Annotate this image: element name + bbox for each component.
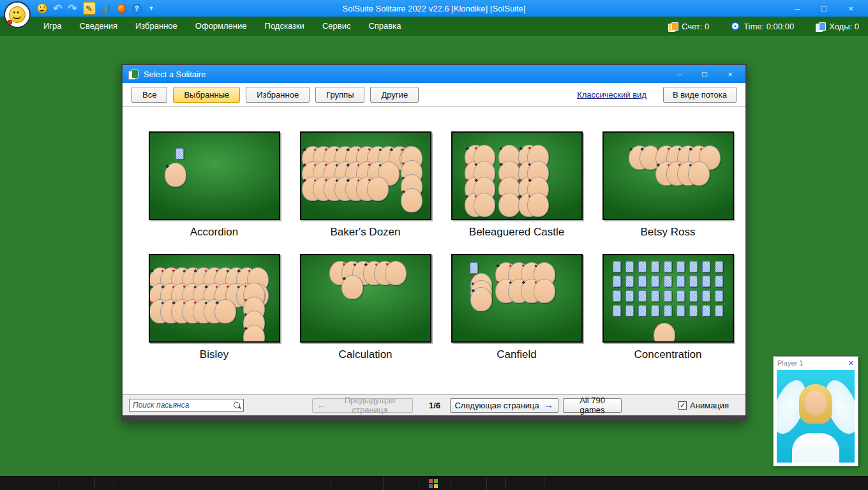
statistics-chart-icon[interactable]	[101, 4, 111, 13]
mini-card	[625, 261, 634, 272]
mini-card	[625, 305, 634, 316]
select-solitaire-dialog: Select a Solitaire – □ × Все Выбранные И…	[121, 64, 747, 421]
stream-view-button[interactable]: В виде потока	[663, 87, 737, 103]
mini-card	[176, 148, 184, 160]
filter-other-button[interactable]: Другие	[370, 87, 419, 103]
window-controls: – □ ×	[784, 0, 864, 17]
page-indicator: 1/6	[429, 401, 440, 410]
animation-checkbox[interactable]: ✓	[678, 401, 687, 410]
undo-icon[interactable]: ↶	[53, 3, 62, 14]
mini-card: ♥	[498, 193, 520, 217]
close-button[interactable]: ×	[837, 0, 864, 17]
all-games-button[interactable]: All 790 games	[563, 398, 622, 413]
mini-card	[689, 290, 698, 302]
toolbar-chevron-icon[interactable]: ▼	[149, 5, 154, 11]
game-cell-calculation[interactable]: ♦♥♠♣♦♥♣ Calculation	[290, 254, 441, 361]
app-titlebar: ↶ ↷ ✎ ? ▼ SolSuite Solitaire 2022 v22.6 …	[0, 0, 868, 17]
game-cell-bisley[interactable]: ♣♦♥♠♣♦♥♠♣♦♠♣♦♥♠♣♦♥♠♣♥♠♣♦♥♠♣♦♥♠♣ Bisley	[138, 254, 290, 361]
dialog-title: Select a Solitaire	[144, 70, 206, 79]
animation-label: Анимация	[690, 401, 729, 410]
moves-cards-icon	[816, 22, 825, 31]
dialog-minimize-button[interactable]: –	[666, 65, 692, 83]
mini-card	[715, 276, 723, 287]
mini-card	[677, 261, 685, 272]
game-cell-concentration[interactable]: ♥ Concentration	[592, 254, 744, 361]
mini-card	[625, 276, 634, 287]
help-icon[interactable]: ?	[132, 4, 142, 13]
minimize-button[interactable]: –	[784, 0, 811, 17]
search-icon[interactable]	[233, 401, 241, 410]
game-label: Baker's Dozen	[330, 225, 400, 239]
taskbar-separator	[383, 477, 384, 490]
mini-card	[664, 305, 672, 316]
mini-card	[664, 276, 672, 287]
animation-option: ✓ Анимация	[678, 401, 729, 410]
taskbar-separator	[544, 477, 544, 490]
game-thumbnail[interactable]: ♠♣♦♥♠♣♦♣♦♥♠	[602, 131, 734, 220]
mini-card	[651, 290, 659, 302]
menu-spravka[interactable]: Справка	[359, 17, 410, 36]
dialog-close-button[interactable]: ×	[717, 65, 743, 83]
new-game-smiley-icon[interactable]	[37, 3, 47, 13]
game-label: Concentration	[634, 348, 702, 361]
taskbar-tray-icon[interactable]	[429, 479, 438, 488]
dialog-titlebar[interactable]: Select a Solitaire – □ ×	[123, 65, 745, 83]
next-page-button[interactable]: Следующая страница →	[450, 398, 558, 413]
maximize-button[interactable]: □	[811, 0, 837, 17]
game-thumbnail[interactable]: ♥	[602, 254, 734, 343]
filter-all-button[interactable]: Все	[131, 87, 167, 103]
game-cell-bakers-dozen[interactable]: ♣♦♥♠♣♦♥♠♣♦♣♦♥♠♣♦♥♠♣♦♥♠♣♦♥♦♥♠♣ Baker's Do…	[290, 131, 441, 239]
taskbar[interactable]	[0, 476, 868, 490]
mini-card: ♦	[474, 193, 495, 217]
game-cell-accordion[interactable]: ♣ Accordion	[138, 131, 290, 239]
mini-card: ♥	[385, 261, 407, 285]
game-cell-betsy-ross[interactable]: ♠♣♦♥♠♣♦♣♦♥♠ Betsy Ross	[592, 131, 744, 239]
game-label: Calculation	[338, 348, 392, 361]
next-page-label: Следующая страница	[454, 401, 539, 410]
score-value: Счет: 0	[682, 22, 709, 31]
game-thumbnail[interactable]: ♣♦♥♠♣♦♥♠♣♦♣♦♥♠♣♦♥♠♣♦♥♠♣♦♥♦♥♠♣	[300, 131, 431, 220]
player-header: Player 1 ✕	[774, 357, 858, 369]
game-thumbnail[interactable]: ♣♦♥♠♥♠♣♦♠♣♦♥♣♦♥♠♥♠♣♦	[451, 131, 583, 220]
menu-svedeniya[interactable]: Сведения	[71, 17, 126, 36]
menu-izbrannoe[interactable]: Избранное	[126, 17, 186, 36]
menu-oformlenie[interactable]: Оформление	[186, 17, 256, 36]
game-label: Bisley	[200, 348, 228, 361]
menu-igra[interactable]: Игра	[34, 17, 71, 36]
mini-card	[702, 290, 710, 302]
game-cell-beleaguered-castle[interactable]: ♣♦♥♠♥♠♣♦♠♣♦♥♣♦♥♠♥♠♣♦ Beleaguered Castle	[441, 131, 592, 239]
moves-value: Ходы: 0	[829, 22, 859, 31]
mini-card: ♦	[527, 193, 549, 217]
filter-groups-button[interactable]: Группы	[315, 87, 364, 103]
mini-card	[638, 276, 647, 287]
classic-view-link[interactable]: Классический вид	[577, 90, 647, 100]
game-thumbnail[interactable]: ♣♦♥♠♣♦♥♠♣♦♠♣♦♥♠♣♦♥♠♣♥♠♣♦♥♠♣♦♥♠♣	[149, 254, 280, 343]
menu-servis[interactable]: Сервис	[313, 17, 360, 36]
ball-icon[interactable]	[117, 4, 126, 13]
mini-card	[638, 261, 647, 272]
mini-card: ♣	[214, 299, 236, 323]
game-cell-canfield[interactable]: ♥♠♣♣♦♥♠♥♠♣♦ Canfield	[441, 254, 592, 361]
filter-selected-button[interactable]: Выбранные	[173, 87, 240, 103]
game-thumbnail[interactable]: ♣	[149, 131, 280, 220]
search-input[interactable]	[131, 400, 233, 410]
mini-card	[470, 262, 478, 274]
mini-card	[613, 305, 621, 316]
edit-pencil-icon[interactable]: ✎	[83, 2, 96, 15]
solsuite-logo-icon	[4, 1, 31, 28]
titlebar-toolbar: ↶ ↷ ✎ ? ▼	[37, 0, 154, 17]
redo-icon[interactable]: ↷	[68, 3, 77, 14]
mini-card: ♣	[165, 163, 186, 187]
filter-favorites-button[interactable]: Избранное	[246, 87, 310, 103]
mini-card	[625, 290, 634, 302]
game-thumbnail[interactable]: ♦♥♠♣♦♥♣	[300, 254, 431, 343]
player-close-icon[interactable]: ✕	[848, 359, 854, 368]
dialog-maximize-button[interactable]: □	[692, 65, 717, 83]
mini-card	[702, 261, 710, 272]
prev-page-button[interactable]: ← Предыдущая страница	[312, 398, 413, 413]
moves-status: Ходы: 0	[816, 22, 859, 31]
game-thumbnail[interactable]: ♥♠♣♣♦♥♠♥♠♣♦	[451, 254, 583, 343]
mini-card	[651, 261, 659, 272]
menu-podskazki[interactable]: Подсказки	[256, 17, 313, 36]
taskbar-separator	[94, 477, 95, 490]
